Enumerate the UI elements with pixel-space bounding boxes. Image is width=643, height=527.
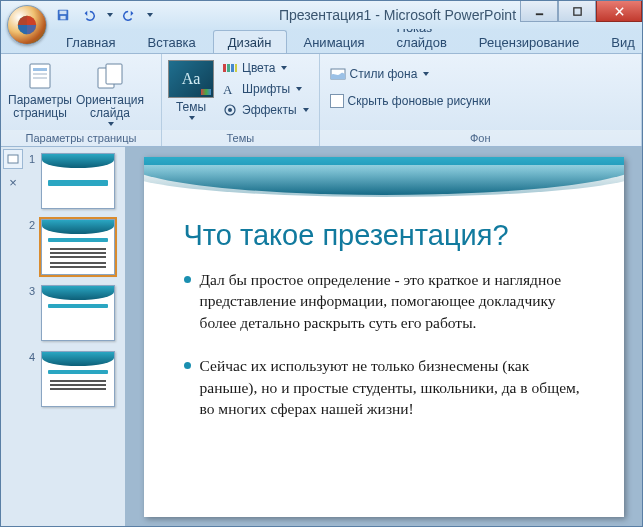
slides-tab-icon bbox=[7, 153, 19, 165]
svg-rect-4 bbox=[535, 13, 542, 15]
slide-thumbnail-2[interactable] bbox=[41, 219, 115, 275]
maximize-button[interactable] bbox=[558, 1, 596, 22]
slide-thumbnails-panel: 1 2 3 4 bbox=[25, 147, 125, 526]
chevron-down-icon bbox=[281, 66, 287, 70]
group-themes: Aa Темы Цвета A Шрифты Эффекты bbox=[162, 54, 320, 146]
minimize-icon bbox=[534, 6, 545, 17]
effects-icon bbox=[222, 102, 238, 118]
svg-rect-14 bbox=[231, 64, 234, 72]
current-slide[interactable]: Что такое презентация? Дал бы простое оп… bbox=[144, 157, 624, 517]
group-label-background: Фон bbox=[320, 130, 641, 146]
themes-label: Темы bbox=[176, 100, 206, 114]
tab-design[interactable]: Дизайн bbox=[213, 30, 287, 53]
thumb-number: 4 bbox=[29, 351, 37, 363]
maximize-icon bbox=[572, 6, 583, 17]
orientation-dropdown-icon bbox=[108, 122, 114, 126]
undo-icon bbox=[82, 8, 96, 22]
svg-rect-7 bbox=[33, 68, 47, 71]
window-controls bbox=[520, 1, 642, 22]
group-page-setup: Параметры страницы Ориентация слайда Пар… bbox=[1, 54, 162, 146]
thumb-row: 2 bbox=[29, 219, 121, 275]
hide-background-graphics-checkbox[interactable]: Скрыть фоновые рисунки bbox=[326, 92, 495, 110]
chevron-down-icon bbox=[423, 72, 429, 76]
group-background: Стили фона Скрыть фоновые рисунки Фон bbox=[320, 54, 642, 146]
svg-rect-2 bbox=[60, 11, 67, 15]
themes-dropdown-icon bbox=[189, 116, 195, 120]
thumb-row: 3 bbox=[29, 285, 121, 341]
minimize-button[interactable] bbox=[520, 1, 558, 22]
quick-access-toolbar bbox=[53, 5, 153, 25]
orientation-label: Ориентация слайда bbox=[76, 94, 144, 120]
bullet-item: Сейчас их используют не только бизнесмен… bbox=[182, 355, 588, 419]
title-bar: Презентация1 - Microsoft PowerPoint bbox=[1, 1, 642, 29]
group-label-page-setup: Параметры страницы bbox=[1, 130, 161, 146]
thumb-number: 1 bbox=[29, 153, 37, 165]
qat-undo[interactable] bbox=[79, 5, 99, 25]
svg-rect-5 bbox=[573, 7, 580, 14]
slide-thumbnail-3[interactable] bbox=[41, 285, 115, 341]
qat-undo-dropdown[interactable] bbox=[107, 13, 113, 17]
svg-point-18 bbox=[228, 108, 232, 112]
slides-pane-tab[interactable] bbox=[3, 149, 23, 169]
svg-rect-6 bbox=[30, 64, 50, 88]
theme-fonts-button[interactable]: A Шрифты bbox=[218, 79, 313, 99]
page-setup-button[interactable]: Параметры страницы bbox=[7, 56, 73, 120]
thumb-row: 1 bbox=[29, 153, 121, 209]
workspace: × 1 2 3 4 Что такое п bbox=[1, 147, 642, 526]
checkbox-icon bbox=[330, 94, 344, 108]
ribbon: Параметры страницы Ориентация слайда Пар… bbox=[1, 53, 642, 147]
slide-editor-area: Что такое презентация? Дал бы простое оп… bbox=[125, 147, 642, 526]
tab-home[interactable]: Главная bbox=[51, 30, 130, 53]
theme-colors-button[interactable]: Цвета bbox=[218, 58, 313, 78]
save-icon bbox=[56, 8, 70, 22]
slide-background-wave-overlay bbox=[144, 165, 624, 197]
qat-redo[interactable] bbox=[119, 5, 139, 25]
app-window: Презентация1 - Microsoft PowerPoint Глав… bbox=[0, 0, 643, 527]
themes-gallery-button[interactable]: Aa Темы bbox=[168, 56, 214, 120]
slide-thumbnail-4[interactable] bbox=[41, 351, 115, 407]
svg-rect-20 bbox=[8, 155, 18, 163]
pane-close-button[interactable]: × bbox=[4, 173, 22, 191]
svg-rect-8 bbox=[33, 73, 47, 75]
office-logo-icon bbox=[16, 14, 38, 36]
tab-review[interactable]: Рецензирование bbox=[464, 30, 594, 53]
svg-rect-11 bbox=[106, 64, 122, 84]
svg-rect-12 bbox=[223, 64, 226, 72]
thumb-number: 2 bbox=[29, 219, 37, 231]
fonts-icon: A bbox=[222, 81, 238, 97]
bullet-item: Дал бы простое определение - это краткое… bbox=[182, 269, 588, 333]
thumb-row: 4 bbox=[29, 351, 121, 407]
page-setup-icon bbox=[24, 60, 56, 92]
slide-title-placeholder[interactable]: Что такое презентация? bbox=[184, 219, 594, 252]
svg-rect-13 bbox=[227, 64, 230, 72]
close-button[interactable] bbox=[596, 1, 642, 22]
office-button[interactable] bbox=[7, 5, 47, 45]
ribbon-tabs: Главная Вставка Дизайн Анимация Показ сл… bbox=[1, 29, 642, 53]
slide-orientation-button[interactable]: Ориентация слайда bbox=[77, 56, 143, 126]
chevron-down-icon bbox=[296, 87, 302, 91]
qat-save[interactable] bbox=[53, 5, 73, 25]
background-styles-icon bbox=[330, 66, 346, 82]
svg-rect-9 bbox=[33, 77, 47, 79]
svg-rect-15 bbox=[235, 64, 237, 72]
theme-thumbnail-icon: Aa bbox=[168, 60, 214, 98]
redo-icon bbox=[122, 8, 136, 22]
colors-icon bbox=[222, 60, 238, 76]
background-styles-button[interactable]: Стили фона bbox=[326, 64, 434, 84]
svg-rect-3 bbox=[60, 16, 65, 20]
slide-thumbnail-1[interactable] bbox=[41, 153, 115, 209]
svg-text:A: A bbox=[223, 82, 233, 97]
tab-view[interactable]: Вид bbox=[596, 30, 643, 53]
tab-insert[interactable]: Вставка bbox=[132, 30, 210, 53]
tab-animation[interactable]: Анимация bbox=[289, 30, 380, 53]
group-label-themes: Темы bbox=[162, 130, 319, 146]
slide-content-placeholder[interactable]: Дал бы простое определение - это краткое… bbox=[182, 269, 588, 441]
thumb-number: 3 bbox=[29, 285, 37, 297]
theme-effects-button[interactable]: Эффекты bbox=[218, 100, 313, 120]
page-setup-label: Параметры страницы bbox=[8, 94, 72, 120]
chevron-down-icon bbox=[303, 108, 309, 112]
close-icon bbox=[614, 6, 625, 17]
pane-tabs: × bbox=[1, 147, 25, 526]
orientation-icon bbox=[94, 60, 126, 92]
